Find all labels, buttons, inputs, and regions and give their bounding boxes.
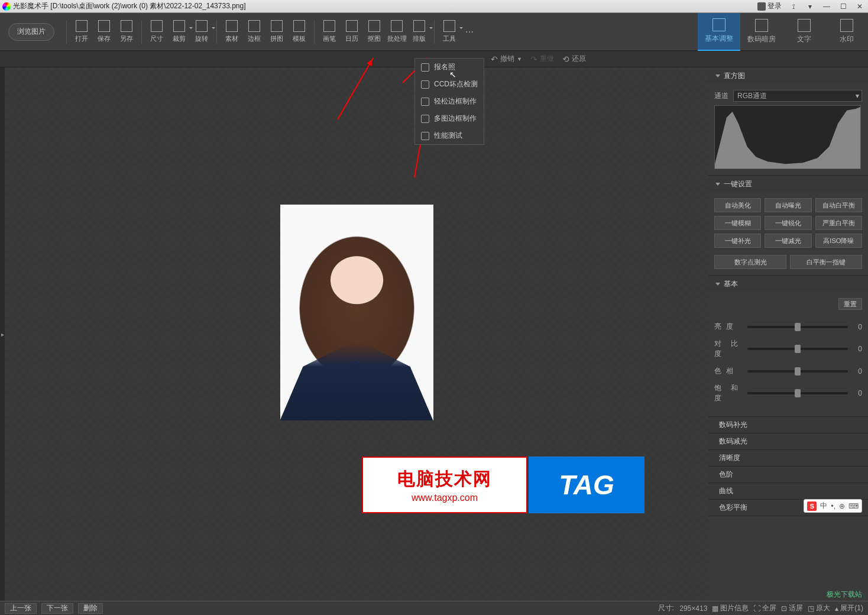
close-button[interactable]: ✕ [851, 1, 868, 12]
oneclick-fill-light-button[interactable]: 一键补光 [714, 234, 761, 248]
window-controls: ⟟ ▾ — ☐ ✕ [785, 1, 868, 12]
darkroom-icon [755, 19, 768, 32]
save-button[interactable]: 保存 [93, 15, 115, 48]
high-iso-denoise-button[interactable]: 高ISO降噪 [815, 234, 862, 248]
calendar-button[interactable]: 日历 [341, 15, 363, 48]
material-button[interactable]: 素材 [221, 15, 243, 48]
expand-button[interactable]: ▴ 展开(1) [835, 603, 863, 613]
auto-exposure-button[interactable]: 自动曝光 [765, 198, 811, 212]
redo-button[interactable]: ↷重做 [530, 54, 554, 64]
cutout-button[interactable]: 抠图 [363, 15, 386, 48]
dropdown-button[interactable]: ▾ [802, 1, 818, 12]
original-size-button[interactable]: ◳ 原大 [808, 603, 830, 613]
saturation-slider[interactable] [747, 392, 848, 394]
oneclick-header[interactable]: 一键设置 [708, 176, 868, 192]
histogram-header[interactable]: 直方图 [708, 67, 868, 84]
menu-item-multi-frame[interactable]: 多图边框制作 [415, 110, 484, 127]
crop-button[interactable]: 裁剪 [168, 15, 190, 48]
channel-label: 通道 [714, 91, 728, 101]
histogram-chart [714, 105, 861, 169]
basic-header[interactable]: 基本 [708, 276, 868, 292]
brush-button[interactable]: 画笔 [318, 15, 341, 48]
hue-label: 色相 [714, 366, 743, 376]
restore-button[interactable]: ⟲还原 [562, 54, 586, 64]
app-logo-icon [2, 2, 11, 11]
size-icon [151, 20, 163, 32]
spot-meter-button[interactable]: 数字点测光 [714, 255, 786, 269]
next-image-button[interactable]: 下一张 [41, 603, 73, 614]
redo-icon: ↷ [530, 54, 537, 64]
undo-icon: ↶ [491, 54, 498, 64]
brightness-row: 亮度 0 [714, 322, 862, 332]
saturation-label: 饱和度 [714, 383, 743, 403]
basic-adjust-icon [712, 18, 726, 31]
tab-text[interactable]: 文字 [783, 13, 825, 51]
menu-item-performance[interactable]: 性能测试 [415, 127, 484, 144]
auto-whitebalance-button[interactable]: 自动白平衡 [815, 198, 862, 212]
contrast-slider[interactable] [747, 348, 848, 350]
target-icon [421, 80, 429, 89]
tab-darkroom[interactable]: 数码暗房 [740, 13, 783, 51]
minimize-button[interactable]: — [818, 1, 835, 12]
section-fill-light[interactable]: 数码补光 [708, 417, 868, 433]
menu-item-easy-frame[interactable]: 轻松边框制作 [415, 93, 484, 110]
section-clarity[interactable]: 清晰度 [708, 450, 868, 467]
undo-button[interactable]: ↶撤销▼ [491, 54, 522, 64]
left-expand-handle[interactable]: ▸ [0, 67, 5, 601]
prev-image-button[interactable]: 上一张 [5, 603, 37, 614]
hue-slider[interactable] [747, 370, 848, 373]
template-button[interactable]: 模板 [288, 15, 310, 48]
frame-button[interactable]: 边框 [243, 15, 265, 48]
right-tabs: 基本调整 数码暗房 文字 水印 [698, 13, 868, 51]
image-info-button[interactable]: ▦ 图片信息 [712, 603, 749, 613]
main-area: ▸ 直方图 通道 RGB通道▾ 一键设置 自动美化 [0, 67, 868, 601]
ime-logo-icon: S [807, 501, 817, 511]
oneclick-sharpen-button[interactable]: 一键锐化 [765, 216, 811, 230]
contrast-value: 0 [853, 345, 862, 353]
fit-button[interactable]: ⊡ 适屏 [781, 603, 803, 613]
brightness-slider[interactable] [747, 326, 848, 328]
fullscreen-button[interactable]: ⛶ 全屏 [753, 603, 776, 613]
rotate-icon [196, 20, 208, 32]
section-curves[interactable]: 曲线 [708, 483, 868, 500]
gauge-icon [421, 132, 429, 140]
batch-button[interactable]: 批处理 [386, 15, 408, 48]
auto-beautify-button[interactable]: 自动美化 [714, 198, 761, 212]
section-levels[interactable]: 色阶 [708, 467, 868, 483]
delete-button[interactable]: 删除 [78, 603, 103, 614]
ime-indicator[interactable]: S 中•,⊕⌨ [804, 499, 862, 513]
image-size-display: 尺寸: 295×413 [658, 603, 708, 613]
login-button[interactable]: 登录 [757, 1, 782, 11]
oneclick-blur-button[interactable]: 一键模糊 [714, 216, 761, 230]
pin-button[interactable]: ⟟ [785, 1, 802, 12]
status-bar: 上一张 下一张 删除 尺寸: 295×413 ▦ 图片信息 ⛶ 全屏 ⊡ 适屏 … [0, 601, 868, 615]
rotate-button[interactable]: 旋转 [190, 15, 213, 48]
layout-button[interactable]: 排版 [408, 15, 430, 48]
saturation-row: 饱和度 0 [714, 383, 862, 403]
image-canvas[interactable] [5, 67, 708, 601]
more-icon[interactable]: ⋯ [465, 27, 474, 37]
channel-select[interactable]: RGB通道▾ [733, 90, 862, 102]
watermark-overlay: 电脑技术网 www.tagxp.com [362, 457, 527, 513]
basic-reset-button[interactable]: 重置 [838, 298, 862, 310]
photo-preview [280, 205, 433, 420]
oneclick-reduce-light-button[interactable]: 一键减光 [765, 234, 811, 248]
cursor-icon: ↖ [449, 70, 456, 79]
main-toolbar: 浏览图片 打开 保存 另存 尺寸 裁剪 旋转 素材 边框 拼图 模板 画笔 日历… [0, 13, 868, 51]
tools-button[interactable]: 工具 [438, 15, 461, 48]
whitebalance-oneclick-button[interactable]: 白平衡一指键 [790, 255, 862, 269]
size-button[interactable]: 尺寸 [145, 15, 168, 48]
tab-basic-adjust[interactable]: 基本调整 [698, 13, 740, 51]
tab-watermark[interactable]: 水印 [825, 13, 868, 51]
brightness-label: 亮度 [714, 322, 743, 332]
browse-images-button[interactable]: 浏览图片 [8, 23, 54, 41]
title-bar: 光影魔术手 [D:\tools\桌面\work (2)\work (0) 素材\… [0, 0, 868, 13]
save-as-button[interactable]: 另存 [115, 15, 138, 48]
cutout-icon [368, 20, 380, 32]
section-reduce-light[interactable]: 数码减光 [708, 433, 868, 450]
open-button[interactable]: 打开 [70, 15, 93, 48]
severe-whitebalance-button[interactable]: 严重白平衡 [815, 216, 862, 230]
collage-button[interactable]: 拼图 [265, 15, 288, 48]
maximize-button[interactable]: ☐ [835, 1, 851, 12]
section-oneclick: 一键设置 自动美化 自动曝光 自动白平衡 一键模糊 一键锐化 严重白平衡 一键补… [708, 176, 868, 276]
